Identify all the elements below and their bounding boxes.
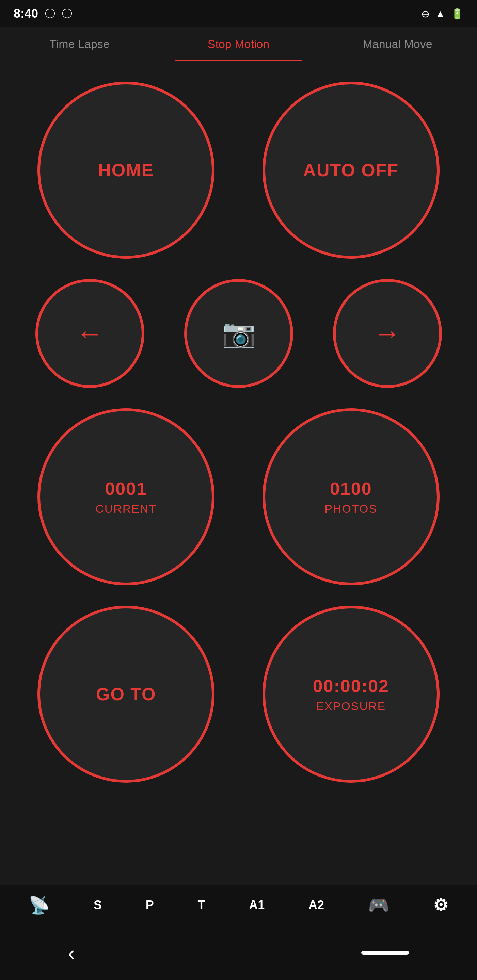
bottom-nav: 📡 S P T A1 A2 🎮 ⚙ bbox=[0, 885, 477, 926]
back-button[interactable]: ‹ bbox=[68, 941, 75, 965]
next-button[interactable]: → bbox=[333, 279, 442, 388]
do-not-disturb-icon: ⊖ bbox=[421, 8, 430, 20]
right-arrow-icon: → bbox=[374, 318, 401, 349]
nav-gamepad-icon[interactable]: 🎮 bbox=[361, 892, 396, 918]
camera-icon: 📷 bbox=[222, 318, 256, 350]
android-icon-2: ⓘ bbox=[62, 7, 72, 21]
status-time: 8:40 bbox=[14, 6, 38, 21]
row-home-autooff: HOME AUTO OFF bbox=[21, 82, 456, 259]
battery-icon: 🔋 bbox=[451, 8, 463, 20]
current-button[interactable]: 0001 CURRENT bbox=[37, 408, 214, 585]
tab-stop-motion[interactable]: Stop Motion bbox=[159, 27, 318, 61]
status-bar: 8:40 ⓘ ⓘ ⊖ ▲ 🔋 bbox=[0, 0, 477, 27]
android-icon-1: ⓘ bbox=[45, 7, 55, 21]
wifi-icon: ▲ bbox=[435, 8, 445, 19]
nav-a1-button[interactable]: A1 bbox=[242, 894, 271, 916]
nav-p-button[interactable]: P bbox=[139, 894, 161, 916]
go-to-button[interactable]: GO TO bbox=[37, 606, 214, 783]
camera-button[interactable]: 📷 bbox=[184, 279, 293, 388]
row-nav-controls: ← 📷 → bbox=[21, 279, 456, 388]
tab-time-lapse[interactable]: Time Lapse bbox=[0, 27, 159, 61]
nav-wifi-icon[interactable]: 📡 bbox=[22, 892, 56, 918]
photos-button[interactable]: 0100 PHOTOS bbox=[263, 408, 440, 585]
nav-a2-button[interactable]: A2 bbox=[302, 894, 331, 916]
home-indicator[interactable] bbox=[361, 951, 409, 955]
system-nav: ‹ bbox=[0, 926, 477, 980]
exposure-button[interactable]: 00:00:02 EXPOSURE bbox=[263, 606, 440, 783]
row-current-photos: 0001 CURRENT 0100 PHOTOS bbox=[21, 408, 456, 585]
nav-t-button[interactable]: T bbox=[191, 894, 212, 916]
nav-settings-icon[interactable]: ⚙ bbox=[426, 892, 455, 918]
row-goto-exposure: GO TO 00:00:02 EXPOSURE bbox=[21, 606, 456, 783]
prev-button[interactable]: ← bbox=[35, 279, 144, 388]
tab-manual-move[interactable]: Manual Move bbox=[318, 27, 477, 61]
auto-off-button[interactable]: AUTO OFF bbox=[263, 82, 440, 259]
nav-s-button[interactable]: S bbox=[87, 894, 108, 916]
home-button[interactable]: HOME bbox=[37, 82, 214, 259]
main-content: HOME AUTO OFF ← 📷 → 0001 CURRENT 0100 PH… bbox=[0, 61, 477, 803]
left-arrow-icon: ← bbox=[76, 318, 104, 349]
status-left: 8:40 ⓘ ⓘ bbox=[14, 6, 72, 21]
tab-bar: Time Lapse Stop Motion Manual Move bbox=[0, 27, 477, 61]
status-right: ⊖ ▲ 🔋 bbox=[421, 8, 463, 20]
